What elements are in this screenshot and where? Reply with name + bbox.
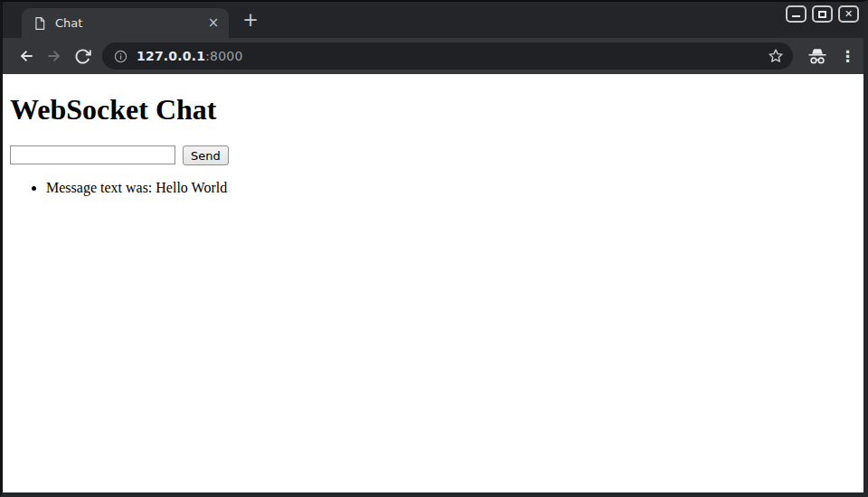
forward-button[interactable] — [42, 43, 67, 69]
new-tab-button[interactable]: + — [239, 11, 262, 30]
forward-arrow-icon — [45, 47, 63, 65]
tab-title: Chat — [55, 16, 205, 30]
bookmark-star-button[interactable] — [767, 47, 785, 65]
page-content: WebSocket Chat Send Message text was: He… — [3, 74, 863, 492]
star-icon — [767, 47, 785, 65]
browser-window: Chat × + ✕ — [0, 0, 868, 497]
browser-toolbar: 127.0.0.1:8000 ⋮ — [3, 38, 863, 74]
tab-strip: Chat × + ✕ — [3, 2, 863, 38]
url-port: :8000 — [205, 49, 242, 63]
message-list-item: Message text was: Hello World — [46, 180, 856, 196]
tab-close-icon[interactable]: × — [205, 15, 222, 32]
browser-menu-button[interactable]: ⋮ — [840, 49, 854, 64]
back-arrow-icon — [17, 47, 35, 65]
maximize-icon — [818, 11, 826, 18]
address-bar[interactable]: 127.0.0.1:8000 — [102, 42, 793, 70]
incognito-badge-icon — [807, 48, 828, 65]
page-favicon-icon — [33, 16, 46, 31]
send-button[interactable]: Send — [183, 145, 229, 165]
back-button[interactable] — [14, 43, 39, 69]
site-info-icon[interactable] — [113, 49, 128, 64]
maximize-button[interactable] — [812, 5, 833, 23]
minimize-button[interactable] — [786, 5, 807, 23]
message-list: Message text was: Hello World — [10, 180, 856, 196]
url-text: 127.0.0.1:8000 — [137, 49, 243, 63]
url-host: 127.0.0.1 — [137, 49, 205, 63]
close-button[interactable]: ✕ — [838, 5, 859, 23]
minimize-icon — [792, 15, 800, 17]
close-icon: ✕ — [844, 9, 853, 19]
reload-button[interactable] — [70, 43, 95, 69]
chat-form: Send — [10, 145, 856, 165]
reload-icon — [74, 48, 91, 65]
window-controls: ✕ — [786, 5, 859, 23]
tab-chat[interactable]: Chat × — [22, 8, 229, 38]
message-input[interactable] — [10, 145, 175, 164]
page-title: WebSocket Chat — [10, 93, 856, 127]
